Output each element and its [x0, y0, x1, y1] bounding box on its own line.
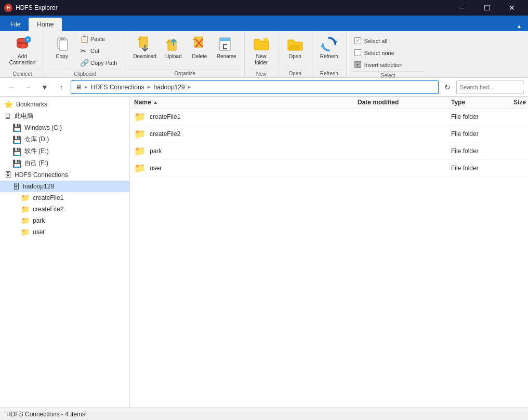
clipboard-group-label: Clipboard — [49, 70, 121, 78]
sidebar-item-drive-c[interactable]: 💾 Windows (C:) — [0, 122, 129, 133]
refresh-path-button[interactable]: ↻ — [441, 80, 454, 94]
file-type-user: File folder — [451, 165, 513, 172]
new-group-label: New — [249, 70, 274, 78]
file-name-createfile1: createFile1 — [150, 113, 180, 120]
drive-f-icon: 💾 — [12, 159, 21, 168]
copy-path-button[interactable]: 🔗 Copy Path — [76, 57, 121, 69]
paste-button[interactable]: 📋 Paste — [76, 33, 121, 45]
refresh-button[interactable]: Refresh — [316, 33, 342, 62]
file-type-createfile2: File folder — [451, 130, 513, 138]
sidebar-item-drive-e[interactable]: 💾 软件 (E:) — [0, 145, 129, 157]
up-button[interactable]: ↑ — [54, 80, 69, 94]
delete-button[interactable]: Delete — [187, 33, 212, 62]
drive-e-label: 软件 (E:) — [24, 147, 125, 156]
open-button[interactable]: Open — [283, 33, 308, 62]
cut-button[interactable]: ✂ Cut — [76, 45, 121, 57]
header-size[interactable]: Size — [513, 99, 528, 106]
file-list-header: Name ▲ Date modified Type Size — [130, 97, 528, 109]
ribbon-collapse-btn[interactable]: ▲ — [512, 21, 526, 31]
file-icon-user: 📁 — [134, 162, 146, 174]
add-connection-button[interactable]: + AddConnection — [4, 33, 41, 69]
sidebar-item-hadoop129[interactable]: 🗄 hadoop129 — [0, 181, 129, 192]
sidebar-item-drive-d[interactable]: 💾 仓库 (D:) — [0, 133, 129, 145]
download-label: Download — [133, 53, 156, 60]
tab-file[interactable]: File — [2, 18, 29, 31]
close-button[interactable]: ✕ — [500, 0, 524, 16]
clipboard-small-buttons: 📋 Paste ✂ Cut 🔗 Copy Path — [76, 33, 121, 69]
rename-icon — [218, 36, 235, 52]
cut-label: Cut — [90, 48, 99, 54]
delete-icon — [191, 36, 208, 52]
path-arrow-2: ► — [147, 84, 152, 90]
path-segment-2: hadoop129 — [154, 84, 185, 91]
connect-group-content: + AddConnection — [4, 33, 41, 69]
folder-park-icon: 📁 — [21, 216, 30, 225]
open-group-content: Open — [283, 33, 308, 68]
recent-locations-button[interactable]: ▼ — [37, 80, 52, 94]
file-row-park[interactable]: 📁 park File folder — [130, 143, 528, 160]
drive-e-icon: 💾 — [12, 147, 21, 156]
header-type[interactable]: Type — [451, 99, 513, 106]
sidebar-item-hdfs-connections[interactable]: 🗄 HDFS Connections — [0, 169, 129, 181]
sidebar-item-user[interactable]: 📁 user — [0, 226, 129, 238]
upload-label: Upload — [165, 53, 182, 60]
file-row-user[interactable]: 📁 user File folder — [130, 160, 528, 177]
folder-createfile2-icon: 📁 — [21, 205, 30, 213]
select-none-button[interactable]: Select none — [351, 47, 426, 58]
svg-rect-9 — [139, 37, 148, 47]
file-list: Name ▲ Date modified Type Size 📁 createF… — [130, 97, 528, 408]
sidebar-item-createfile2[interactable]: 📁 createFile2 — [0, 204, 129, 215]
tab-home[interactable]: Home — [29, 18, 62, 31]
add-connection-label: AddConnection — [9, 53, 36, 66]
svg-marker-23 — [321, 44, 325, 47]
header-date-modified[interactable]: Date modified — [358, 99, 451, 106]
forward-button[interactable]: → — [21, 80, 35, 94]
ribbon-tabs: File Home ▲ — [0, 16, 528, 31]
svg-rect-20 — [223, 44, 227, 45]
app-title: HDFS Explorer — [16, 4, 450, 11]
copy-button[interactable]: Copy — [49, 33, 74, 62]
svg-point-2 — [17, 44, 28, 48]
refresh-icon — [321, 36, 337, 52]
file-row-createfile1[interactable]: 📁 createFile1 File folder — [130, 109, 528, 126]
file-icon-createfile2: 📁 — [134, 128, 146, 140]
rename-button[interactable]: Rename — [213, 33, 240, 62]
header-name[interactable]: Name ▲ — [134, 99, 358, 106]
upload-button[interactable]: Upload — [161, 33, 186, 62]
sidebar: ⭐ Bookmarks 🖥 此电脑 💾 Windows (C:) 💾 仓库 (D… — [0, 97, 130, 408]
new-folder-label: Newfolder — [255, 53, 268, 66]
back-button[interactable]: ← — [4, 80, 19, 94]
sidebar-item-createfile1[interactable]: 📁 createFile1 — [0, 192, 129, 204]
sidebar-item-bookmarks[interactable]: ⭐ Bookmarks — [0, 99, 129, 110]
select-all-button[interactable]: ✓ Select all — [351, 35, 426, 46]
sidebar-item-this-pc[interactable]: 🖥 此电脑 — [0, 110, 129, 122]
copy-path-icon: 🔗 — [80, 59, 88, 67]
clipboard-group-content: Copy 📋 Paste ✂ Cut 🔗 Copy Path — [49, 33, 121, 69]
new-folder-button[interactable]: Newfolder — [249, 33, 274, 69]
invert-selection-button[interactable]: ▪ Invert selection — [351, 59, 426, 70]
path-icon: 🖥 — [75, 84, 82, 91]
search-box: 🔍 — [456, 80, 524, 94]
maximize-button[interactable]: ☐ — [475, 0, 499, 16]
organize-group-content: Download Upload — [129, 33, 240, 68]
hdfs-icon: 🗄 — [4, 171, 11, 179]
drive-d-label: 仓库 (D:) — [24, 135, 125, 144]
sidebar-item-park[interactable]: 📁 park — [0, 215, 129, 226]
upload-icon — [165, 36, 182, 52]
sidebar-item-drive-f[interactable]: 💾 自己 (F:) — [0, 157, 129, 169]
refresh-group-label: Refresh — [316, 69, 342, 77]
folder-user-label: user — [33, 228, 125, 236]
open-icon — [287, 36, 303, 52]
bookmarks-icon: ⭐ — [4, 100, 13, 109]
download-button[interactable]: Download — [129, 33, 160, 62]
select-all-checkbox: ✓ — [354, 37, 361, 44]
address-path-bar[interactable]: 🖥 ► HDFS Connections ► hadoop129 ► — [71, 80, 439, 94]
ribbon-group-select: ✓ Select all Select none ▪ Invert select… — [347, 31, 430, 77]
titlebar: H HDFS Explorer ─ ☐ ✕ — [0, 0, 528, 16]
search-input[interactable] — [460, 84, 528, 90]
download-icon — [137, 36, 153, 52]
folder-createfile1-icon: 📁 — [21, 194, 30, 202]
statusbar-text: HDFS Connections - 4 items — [6, 411, 85, 418]
minimize-button[interactable]: ─ — [450, 0, 474, 16]
file-row-createfile2[interactable]: 📁 createFile2 File folder — [130, 126, 528, 143]
